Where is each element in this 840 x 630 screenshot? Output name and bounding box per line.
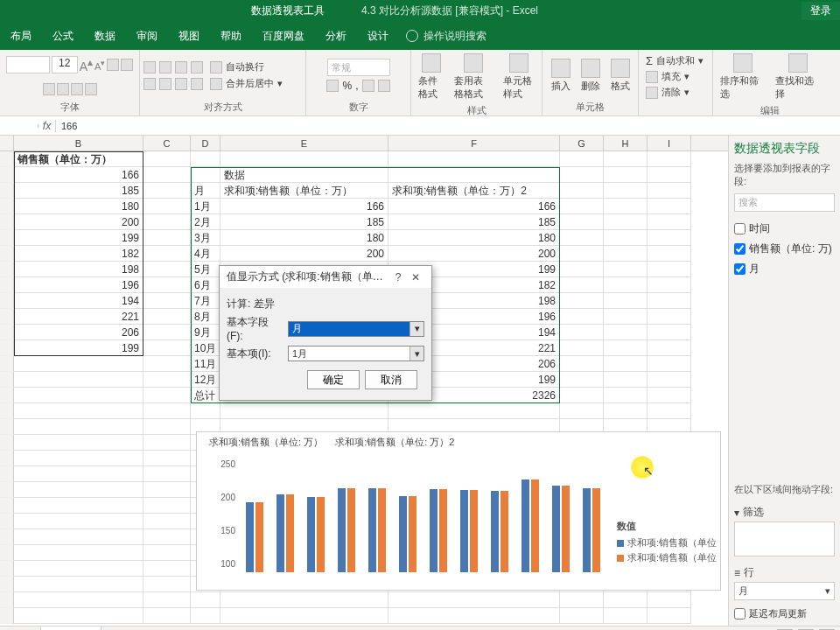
cell[interactable] xyxy=(604,388,648,403)
cell[interactable]: 10月 xyxy=(191,340,220,356)
tab-formulas[interactable]: 公式 xyxy=(42,24,84,49)
cell[interactable]: 求和项:销售额（单位：万）2 xyxy=(388,183,560,199)
cell[interactable] xyxy=(388,167,560,183)
cell[interactable]: 1月 xyxy=(191,199,220,214)
cell[interactable] xyxy=(604,592,648,608)
cell[interactable] xyxy=(144,262,191,277)
cell[interactable]: 182 xyxy=(14,246,144,262)
cell[interactable]: 199 xyxy=(14,230,144,246)
fill-button[interactable]: 填充▾ xyxy=(642,69,693,84)
field-sales[interactable]: 销售额（单位: 万) xyxy=(734,242,835,256)
tab-layout[interactable]: 布局 xyxy=(0,24,42,49)
cell[interactable]: 166 xyxy=(220,199,388,214)
cell[interactable]: 194 xyxy=(14,293,144,309)
wrap-text-button[interactable]: 自动换行 xyxy=(206,60,268,74)
cell[interactable]: 180 xyxy=(14,199,144,214)
cell[interactable] xyxy=(604,356,648,372)
col-header-I[interactable]: I xyxy=(648,136,691,150)
cell[interactable]: 7月 xyxy=(191,293,220,309)
cell[interactable] xyxy=(144,577,191,592)
cell[interactable]: 11月 xyxy=(191,356,220,372)
cell[interactable]: 8月 xyxy=(191,309,220,325)
indent-icon[interactable] xyxy=(191,78,203,90)
font-color-icon[interactable] xyxy=(85,83,97,95)
cell[interactable] xyxy=(14,577,144,592)
cell[interactable] xyxy=(388,608,560,624)
cell[interactable] xyxy=(144,183,191,199)
col-header-C[interactable]: C xyxy=(144,136,191,150)
cell[interactable] xyxy=(604,230,648,246)
tell-me-search[interactable]: 操作说明搜索 xyxy=(399,29,494,44)
cell[interactable]: 12月 xyxy=(191,372,220,388)
cell[interactable] xyxy=(604,293,648,309)
bold-icon[interactable] xyxy=(107,59,119,71)
fx-icon[interactable]: fx xyxy=(38,120,56,132)
cell[interactable] xyxy=(560,608,604,624)
cell[interactable] xyxy=(648,230,691,246)
cell[interactable] xyxy=(191,403,220,419)
align-bot-icon[interactable] xyxy=(175,61,187,74)
cell[interactable] xyxy=(144,325,191,340)
align-left-icon[interactable] xyxy=(144,78,156,90)
cell[interactable]: 9月 xyxy=(191,325,220,340)
cell[interactable] xyxy=(648,293,691,309)
cell[interactable] xyxy=(560,183,604,199)
cell[interactable]: 总计 xyxy=(191,388,220,403)
cell[interactable] xyxy=(144,309,191,325)
login-button[interactable]: 登录 xyxy=(802,2,840,20)
cell[interactable] xyxy=(648,403,691,419)
cell[interactable] xyxy=(144,529,191,545)
cell[interactable] xyxy=(14,529,144,545)
cell[interactable] xyxy=(604,325,648,340)
col-header-E[interactable]: E xyxy=(220,136,388,150)
cell[interactable] xyxy=(648,388,691,403)
cell[interactable] xyxy=(560,340,604,356)
inc-dec-icon[interactable] xyxy=(362,80,374,92)
currency-icon[interactable] xyxy=(326,80,339,92)
cell[interactable] xyxy=(14,372,144,388)
cell[interactable] xyxy=(604,403,648,419)
cell[interactable]: 166 xyxy=(14,167,144,183)
insert-button[interactable]: 插入 xyxy=(548,57,574,94)
cell[interactable] xyxy=(144,293,191,309)
cell[interactable] xyxy=(14,592,144,608)
cell[interactable] xyxy=(648,151,691,167)
cell[interactable] xyxy=(220,403,388,419)
cell[interactable] xyxy=(144,514,191,529)
cell[interactable] xyxy=(388,592,560,608)
cell[interactable] xyxy=(191,151,220,167)
col-header-G[interactable]: G xyxy=(560,136,604,150)
cell[interactable] xyxy=(14,561,144,577)
cell[interactable] xyxy=(144,214,191,230)
col-header-D[interactable]: D xyxy=(191,136,220,150)
sheet-tab-2[interactable]: 环比分析 xyxy=(41,626,102,630)
cell[interactable] xyxy=(144,340,191,356)
autosum-button[interactable]: Σ自动求和▾ xyxy=(642,53,707,68)
cell[interactable] xyxy=(604,277,648,293)
cell[interactable] xyxy=(560,246,604,262)
cell[interactable] xyxy=(144,592,191,608)
cell[interactable]: 求和项:销售额（单位：万） xyxy=(220,183,388,199)
cell[interactable] xyxy=(560,592,604,608)
cell[interactable] xyxy=(144,498,191,514)
cell[interactable] xyxy=(14,451,144,466)
cell[interactable] xyxy=(144,199,191,214)
cond-format-button[interactable]: 条件格式 xyxy=(415,52,447,102)
tab-review[interactable]: 审阅 xyxy=(126,24,168,49)
tab-design[interactable]: 设计 xyxy=(357,24,399,49)
cell[interactable] xyxy=(220,151,388,167)
sort-filter-button[interactable]: 排序和筛选 xyxy=(717,52,768,102)
cell[interactable] xyxy=(14,403,144,419)
cell[interactable]: 4月 xyxy=(191,246,220,262)
col-header-H[interactable]: H xyxy=(604,136,648,150)
cell[interactable]: 2月 xyxy=(191,214,220,230)
dec-dec-icon[interactable] xyxy=(378,80,390,92)
cell[interactable] xyxy=(648,199,691,214)
cell[interactable] xyxy=(604,340,648,356)
cell[interactable] xyxy=(560,403,604,419)
cell[interactable] xyxy=(144,167,191,183)
chevron-down-icon[interactable]: ▾ xyxy=(410,346,424,360)
rows-area-item[interactable]: 月▾ xyxy=(734,582,835,600)
field-time[interactable]: 时间 xyxy=(734,221,835,236)
cell[interactable] xyxy=(604,608,648,624)
